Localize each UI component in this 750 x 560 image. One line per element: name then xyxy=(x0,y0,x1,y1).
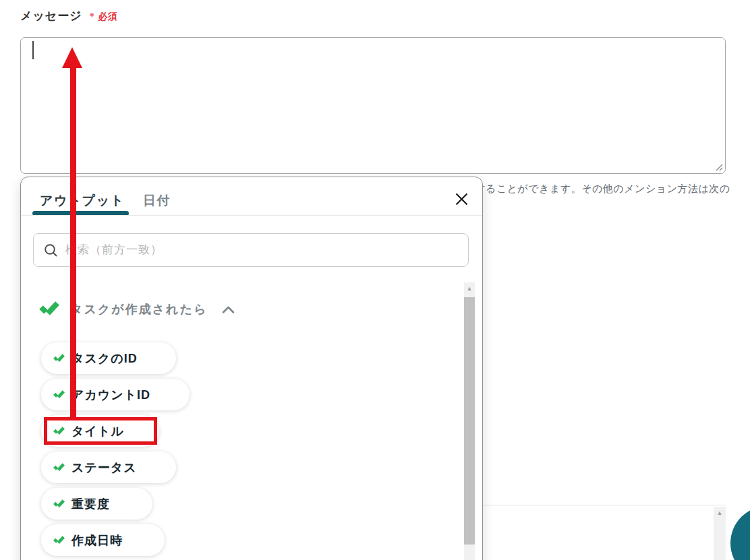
close-icon xyxy=(454,191,469,210)
required-asterisk-icon: ＊ xyxy=(88,11,97,23)
tab-date[interactable]: 日付 xyxy=(143,192,171,210)
page: メッセージ ＊ 必須 することができます。その他のメンション方法は次の ▲ アウ… xyxy=(0,0,750,560)
output-chip-created-at[interactable]: 作成日時 xyxy=(41,524,165,556)
output-chip-priority[interactable]: 重要度 xyxy=(41,488,152,520)
text-cursor xyxy=(32,41,34,59)
panel-scroll-up-button[interactable]: ▲ xyxy=(714,507,726,518)
search-box xyxy=(33,233,469,267)
check-icon xyxy=(53,390,65,400)
chip-label: アカウントID xyxy=(71,387,150,403)
check-icon xyxy=(53,499,65,509)
message-textarea[interactable] xyxy=(20,37,726,174)
up-arrow-icon: ▲ xyxy=(717,509,723,516)
required-badge-label: 必須 xyxy=(98,11,117,23)
annotation-arrow-stem xyxy=(70,65,76,417)
panel-scrollbar[interactable]: ▲ xyxy=(714,507,726,560)
check-icon xyxy=(53,536,65,545)
output-chip-account-id[interactable]: アカウントID xyxy=(41,379,190,410)
search-icon xyxy=(44,243,58,257)
search-input[interactable] xyxy=(65,234,468,266)
background-panel: ▲ xyxy=(482,505,726,560)
tab-output[interactable]: アウトプット xyxy=(40,192,125,210)
chevron-up-icon[interactable] xyxy=(222,305,235,314)
required-badge: ＊ 必須 xyxy=(88,11,117,24)
popup-scrollbar-thumb[interactable] xyxy=(464,297,475,545)
popup-scroll-up-button[interactable]: ▲ xyxy=(464,282,475,294)
close-button[interactable] xyxy=(453,191,470,209)
popup-scrollbar[interactable]: ▲ xyxy=(464,282,475,560)
section-title: タスクが作成されたら xyxy=(70,301,207,317)
tabs-divider xyxy=(21,215,482,216)
up-arrow-icon: ▲ xyxy=(467,285,473,292)
chat-fab-button[interactable] xyxy=(730,506,750,560)
textarea-resize-grip-icon[interactable] xyxy=(713,161,724,172)
check-icon xyxy=(53,463,65,472)
annotation-highlight-box xyxy=(44,417,157,445)
double-check-icon xyxy=(39,301,59,317)
chip-label: タスクのID xyxy=(71,350,138,367)
chip-label: 作成日時 xyxy=(71,532,123,549)
section-header-task-created[interactable]: タスクが作成されたら xyxy=(39,301,235,317)
message-field-label-row: メッセージ ＊ 必須 xyxy=(20,8,117,24)
chip-label: 重要度 xyxy=(71,496,110,512)
chip-label: ステータス xyxy=(71,460,137,476)
message-label: メッセージ xyxy=(20,8,82,24)
helper-note: することができます。その他のメンション方法は次の xyxy=(475,183,730,195)
output-chip-task-id[interactable]: タスクのID xyxy=(41,342,176,374)
check-icon xyxy=(53,354,65,363)
output-chip-status[interactable]: ステータス xyxy=(41,452,176,483)
output-picker-popup: アウトプット 日付 xyxy=(20,177,483,560)
